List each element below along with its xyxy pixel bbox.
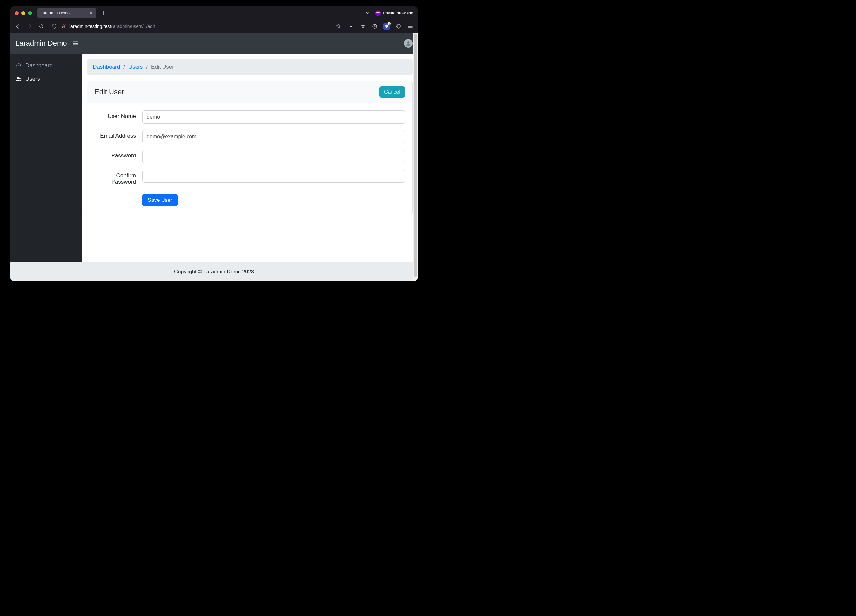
- browser-tab-title: Laradmin Demo: [40, 11, 86, 15]
- browser-tab-bar: Laradmin Demo ✕ Private browsing: [10, 6, 418, 20]
- svg-point-4: [407, 41, 410, 44]
- puzzle-icon: [396, 24, 401, 29]
- breadcrumb-separator: /: [146, 64, 148, 70]
- app-menu-button[interactable]: [405, 22, 415, 31]
- users-icon: [15, 76, 22, 82]
- extension-badge[interactable]: 1: [382, 22, 391, 31]
- form-row-password: Password: [94, 150, 405, 163]
- back-button[interactable]: [13, 22, 23, 31]
- scrollbar-thumb[interactable]: [414, 34, 417, 277]
- url-text: laradmin-testing.test/laradmin/users/1/e…: [69, 24, 332, 29]
- form-row-email: Email Address: [94, 130, 405, 143]
- app-body: Dashboard Users Dashboard / Users / Edit…: [10, 54, 418, 262]
- arrow-right-icon: [27, 24, 32, 29]
- clock-icon: [372, 24, 377, 29]
- password-label: Password: [94, 150, 137, 159]
- app-title: Laradmin Demo: [15, 39, 67, 48]
- downloads-button[interactable]: [346, 22, 356, 31]
- extension-badge-count: 1: [388, 22, 391, 25]
- bookmark-star-icon[interactable]: [335, 24, 342, 29]
- password-input[interactable]: [142, 150, 405, 163]
- window-controls: [15, 11, 32, 15]
- card-title: Edit User: [94, 88, 379, 96]
- reload-button[interactable]: [37, 22, 46, 31]
- page-viewport: Laradmin Demo Dashboard: [10, 33, 418, 281]
- main-content: Dashboard / Users / Edit User Edit User …: [82, 54, 418, 262]
- user-menu-button[interactable]: [404, 39, 413, 48]
- save-user-button[interactable]: Save User: [142, 194, 178, 206]
- tabs-list-button[interactable]: [363, 9, 373, 18]
- shield-icon[interactable]: [51, 24, 58, 29]
- private-browsing-badge: Private browsing: [375, 10, 413, 16]
- new-tab-button[interactable]: [99, 9, 108, 18]
- confirm-password-input[interactable]: [142, 170, 405, 183]
- confirm-password-label: Confirm Password: [94, 170, 137, 185]
- window-maximize-button[interactable]: [28, 11, 32, 15]
- window-close-button[interactable]: [15, 11, 19, 15]
- browser-toolbar: laradmin-testing.test/laradmin/users/1/e…: [10, 20, 418, 33]
- form-row-username: User Name: [94, 111, 405, 124]
- user-circle-icon: [405, 40, 411, 47]
- browser-tab[interactable]: Laradmin Demo ✕: [37, 8, 96, 18]
- arrow-left-icon: [15, 24, 20, 29]
- chevron-down-icon: [365, 11, 370, 15]
- footer-text: Copyright © Laradmin Demo 2023: [174, 269, 254, 275]
- plus-icon: [101, 11, 106, 15]
- download-icon: [348, 24, 354, 29]
- svg-point-5: [17, 77, 19, 79]
- breadcrumb-current: Edit User: [151, 64, 174, 70]
- sidebar: Dashboard Users: [10, 54, 82, 262]
- breadcrumb-separator: /: [123, 64, 125, 70]
- app-footer: Copyright © Laradmin Demo 2023: [10, 262, 418, 281]
- reviews-button[interactable]: [358, 22, 368, 31]
- history-button[interactable]: [370, 22, 380, 31]
- window-minimize-button[interactable]: [22, 11, 25, 15]
- breadcrumb-dashboard-link[interactable]: Dashboard: [93, 64, 120, 70]
- extensions-button[interactable]: [393, 22, 403, 31]
- card-body: User Name Email Address Pa: [87, 103, 412, 214]
- close-tab-icon[interactable]: ✕: [89, 11, 93, 15]
- card-header: Edit User Cancel: [87, 81, 412, 103]
- forward-button: [25, 22, 35, 31]
- url-bar[interactable]: laradmin-testing.test/laradmin/users/1/e…: [48, 21, 344, 32]
- username-label: User Name: [94, 111, 137, 120]
- sidebar-item-users[interactable]: Users: [10, 72, 82, 86]
- reload-icon: [39, 24, 44, 29]
- email-input[interactable]: [142, 130, 405, 143]
- app-header: Laradmin Demo: [10, 33, 418, 54]
- sidebar-item-label: Users: [25, 75, 40, 82]
- sidebar-toggle-button[interactable]: [72, 40, 80, 47]
- scrollbar-track[interactable]: [413, 33, 418, 281]
- form-actions: Save User: [94, 192, 405, 206]
- email-label: Email Address: [94, 130, 137, 139]
- sidebar-item-dashboard[interactable]: Dashboard: [10, 59, 82, 72]
- svg-point-6: [19, 78, 21, 79]
- browser-window: Laradmin Demo ✕ Private browsing: [10, 6, 418, 281]
- sidebar-item-label: Dashboard: [25, 63, 52, 69]
- form-row-confirm-password: Confirm Password: [94, 170, 405, 185]
- menu-icon: [73, 40, 79, 46]
- hamburger-icon: [408, 24, 413, 29]
- private-mask-icon: [375, 10, 381, 16]
- breadcrumb: Dashboard / Users / Edit User: [87, 59, 413, 75]
- cancel-button[interactable]: Cancel: [379, 86, 405, 98]
- username-input[interactable]: [142, 111, 405, 124]
- extension-icon: 1: [383, 23, 390, 29]
- breadcrumb-users-link[interactable]: Users: [128, 64, 143, 70]
- edit-user-card: Edit User Cancel User Name Email Address: [87, 81, 413, 214]
- insecure-lock-icon[interactable]: [60, 24, 67, 29]
- tachometer-icon: [15, 63, 22, 69]
- star-sparkle-icon: [360, 24, 365, 29]
- private-browsing-label: Private browsing: [383, 11, 413, 15]
